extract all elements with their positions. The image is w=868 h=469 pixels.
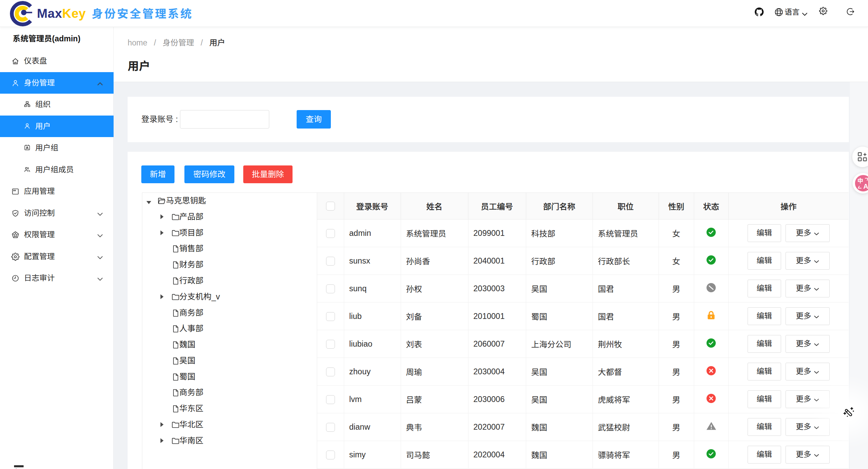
svg-text:中: 中	[857, 176, 863, 185]
svg-text:A: A	[863, 183, 868, 190]
